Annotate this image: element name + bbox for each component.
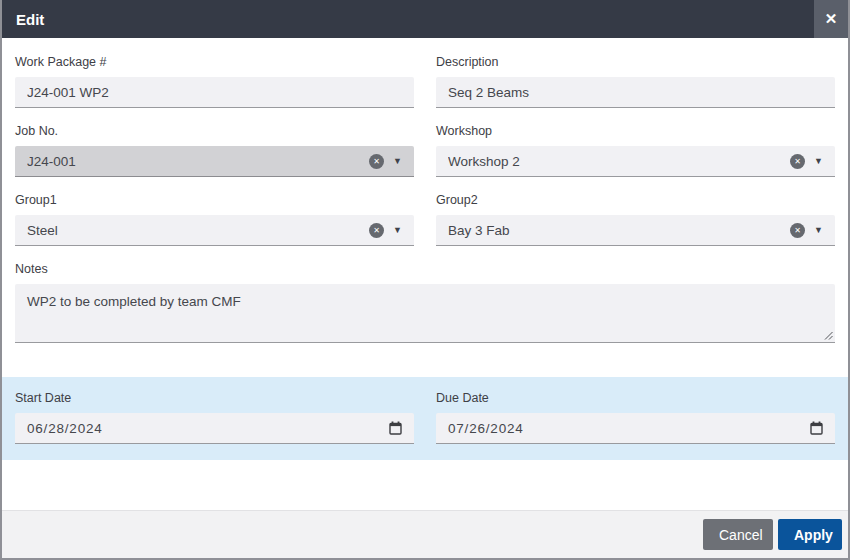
notes-label: Notes: [15, 262, 835, 276]
date-section: Start Date 06/28/2024 Due Date: [2, 377, 848, 460]
footer-spacer: [2, 460, 848, 510]
description-input[interactable]: [436, 77, 835, 108]
dialog-title: Edit: [2, 11, 814, 28]
description-field: Description: [436, 55, 835, 108]
notes-field: Notes WP2 to be completed by team CMF: [15, 262, 835, 343]
clear-icon[interactable]: ✕: [790, 223, 805, 238]
chevron-down-icon[interactable]: ▼: [814, 156, 823, 166]
cancel-button[interactable]: Cancel: [703, 519, 773, 550]
dialog-header: Edit ✕: [2, 0, 848, 38]
workshop-field: Workshop Workshop 2 ✕ ▼: [436, 124, 835, 177]
work-package-input[interactable]: [15, 77, 414, 108]
work-package-label: Work Package #: [15, 55, 414, 69]
job-no-label: Job No.: [15, 124, 414, 138]
row-dates: Start Date 06/28/2024 Due Date: [15, 391, 835, 444]
start-date-input[interactable]: 06/28/2024: [15, 413, 414, 444]
group1-field: Group1 Steel ✕ ▼: [15, 193, 414, 246]
apply-button[interactable]: Apply: [778, 519, 842, 550]
close-icon: ✕: [825, 10, 838, 28]
clear-x-glyph: ✕: [373, 157, 380, 166]
group2-field: Group2 Bay 3 Fab ✕ ▼: [436, 193, 835, 246]
group1-value: Steel: [27, 223, 369, 238]
group2-label: Group2: [436, 193, 835, 207]
group1-label: Group1: [15, 193, 414, 207]
due-date-input[interactable]: 07/26/2024: [436, 413, 835, 444]
start-date-field: Start Date 06/28/2024: [15, 391, 414, 444]
dialog-footer: Cancel Apply: [2, 510, 848, 558]
clear-x-glyph: ✕: [373, 226, 380, 235]
description-label: Description: [436, 55, 835, 69]
clear-icon[interactable]: ✕: [369, 223, 384, 238]
start-date-label: Start Date: [15, 391, 414, 405]
due-date-value: 07/26/2024: [448, 421, 810, 436]
job-no-select[interactable]: J24-001 ✕ ▼: [15, 146, 414, 177]
job-no-field: Job No. J24-001 ✕ ▼: [15, 124, 414, 177]
clear-x-glyph: ✕: [794, 157, 801, 166]
chevron-down-icon[interactable]: ▼: [393, 156, 402, 166]
group2-value: Bay 3 Fab: [448, 223, 790, 238]
calendar-icon[interactable]: [810, 421, 823, 435]
due-date-field: Due Date 07/26/2024: [436, 391, 835, 444]
edit-dialog: Edit ✕ Work Package # Description Job No…: [0, 0, 850, 560]
group2-select[interactable]: Bay 3 Fab ✕ ▼: [436, 215, 835, 246]
calendar-icon[interactable]: [389, 421, 402, 435]
group1-select[interactable]: Steel ✕ ▼: [15, 215, 414, 246]
due-date-label: Due Date: [436, 391, 835, 405]
chevron-down-icon[interactable]: ▼: [393, 225, 402, 235]
row-jobno-workshop: Job No. J24-001 ✕ ▼ Workshop Workshop 2 …: [15, 124, 835, 177]
close-button[interactable]: ✕: [814, 0, 848, 38]
clear-icon[interactable]: ✕: [369, 154, 384, 169]
clear-x-glyph: ✕: [794, 226, 801, 235]
workshop-value: Workshop 2: [448, 154, 790, 169]
notes-wrap: WP2 to be completed by team CMF: [15, 284, 835, 343]
workshop-select[interactable]: Workshop 2 ✕ ▼: [436, 146, 835, 177]
clear-icon[interactable]: ✕: [790, 154, 805, 169]
row-workpackage-description: Work Package # Description: [15, 55, 835, 108]
row-group1-group2: Group1 Steel ✕ ▼ Group2 Bay 3 Fab ✕ ▼: [15, 193, 835, 246]
workshop-label: Workshop: [436, 124, 835, 138]
notes-textarea[interactable]: WP2 to be completed by team CMF: [15, 284, 835, 343]
job-no-value: J24-001: [27, 154, 369, 169]
start-date-value: 06/28/2024: [27, 421, 389, 436]
dialog-body: Work Package # Description Job No. J24-0…: [2, 38, 848, 343]
chevron-down-icon[interactable]: ▼: [814, 225, 823, 235]
work-package-field: Work Package #: [15, 55, 414, 108]
